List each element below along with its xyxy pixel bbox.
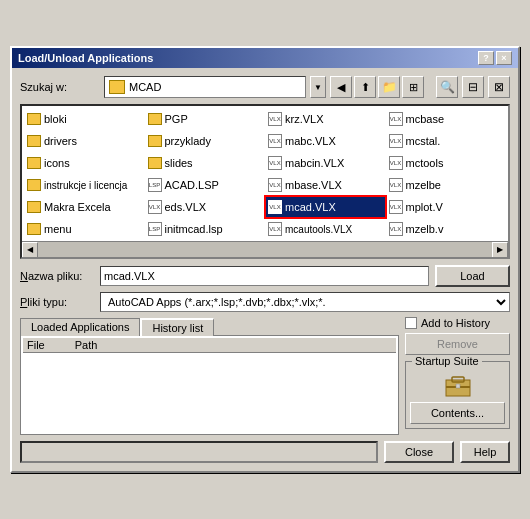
list-item[interactable]: LSPACAD.LSP (145, 174, 266, 196)
look-in-label: Szukaj w: (20, 81, 100, 93)
add-history-label: Add to History (421, 317, 490, 329)
folder-icon (27, 157, 41, 169)
folder-icon (109, 80, 125, 94)
list-item[interactable]: VLXmzelbe (386, 174, 507, 196)
list-item[interactable]: icons (24, 152, 145, 174)
title-bar-buttons: ? × (478, 51, 512, 65)
list-item[interactable]: VLXmzelb.v (386, 218, 507, 240)
list-item[interactable]: LSPinitmcad.lsp (145, 218, 266, 240)
window-body: Szukaj w: MCAD ▼ ◀ ⬆ 📁 ⊞ 🔍 ⊟ ⊠ bloki PGP (12, 68, 518, 471)
up-button[interactable]: ⬆ (354, 76, 376, 98)
close-button[interactable]: × (496, 51, 512, 65)
vlx-icon: VLX (268, 156, 282, 170)
vlx-icon: VLX (389, 178, 403, 192)
tab-header: File Path (23, 338, 396, 353)
close-dialog-button[interactable]: Close (384, 441, 454, 463)
help-dialog-button[interactable]: Help (460, 441, 510, 463)
look-in-row: Szukaj w: MCAD ▼ ◀ ⬆ 📁 ⊞ 🔍 ⊟ ⊠ (20, 76, 510, 98)
view-btn2[interactable]: ⊟ (462, 76, 484, 98)
tab-bar: Loaded Applications History list (20, 317, 399, 335)
list-item[interactable]: VLXmcstal. (386, 130, 507, 152)
lsp-icon: LSP (148, 178, 162, 192)
bottom-bar: Close Help (20, 441, 510, 463)
view-btn3[interactable]: ⊠ (488, 76, 510, 98)
filename-row: Nazwa pliku: Load (20, 265, 510, 287)
list-item[interactable]: drivers (24, 130, 145, 152)
look-in-combo[interactable]: MCAD (104, 76, 306, 98)
svg-rect-3 (456, 384, 460, 388)
vlx-icon: VLX (268, 222, 282, 236)
scroll-track[interactable] (38, 242, 492, 257)
vlx-icon: VLX (268, 178, 282, 192)
tab-loaded-apps[interactable]: Loaded Applications (20, 318, 140, 336)
vlx-icon: VLX (389, 156, 403, 170)
list-item[interactable]: VLXmcautools.VLX (265, 218, 386, 240)
folder-icon (148, 113, 162, 125)
vlx-icon: VLX (148, 200, 162, 214)
vlx-icon: VLX (268, 134, 282, 148)
list-item[interactable]: Makra Excela (24, 196, 145, 218)
folder-icon (27, 223, 41, 235)
look-in-dropdown[interactable]: ▼ (310, 76, 326, 98)
look-in-value: MCAD (129, 81, 301, 93)
list-item[interactable]: bloki (24, 108, 145, 130)
tab-content: File Path (20, 335, 399, 435)
vlx-icon: VLX (389, 200, 403, 214)
left-panel: Loaded Applications History list File Pa… (20, 317, 399, 435)
file-list: bloki PGP VLXkrz.VLX VLXmcbase drivers p… (22, 106, 508, 241)
new-folder-button[interactable]: 📁 (378, 76, 400, 98)
contents-button[interactable]: Contents... (410, 402, 505, 424)
filetype-label: Pliki typu: (20, 296, 100, 308)
list-item[interactable]: VLXmbase.VLX (265, 174, 386, 196)
horizontal-scrollbar[interactable]: ◀ ▶ (22, 241, 508, 257)
back-button[interactable]: ◀ (330, 76, 352, 98)
view-button[interactable]: ⊞ (402, 76, 424, 98)
list-item[interactable]: slides (145, 152, 266, 174)
list-item[interactable]: przyklady (145, 130, 266, 152)
list-item[interactable]: instrukcje i licencja (24, 174, 145, 196)
filetype-row: Pliki typu: AutoCAD Apps (*.arx;*.lsp;*.… (20, 292, 510, 312)
folder-icon (148, 157, 162, 169)
vlx-icon: VLX (268, 112, 282, 126)
startup-suite-label: Startup Suite (412, 355, 482, 367)
window-title: Load/Unload Applications (18, 52, 153, 64)
folder-icon (27, 113, 41, 125)
list-item[interactable]: VLXmabcin.VLX (265, 152, 386, 174)
tab-body (23, 353, 396, 431)
col-file: File (27, 339, 45, 351)
filetype-select[interactable]: AutoCAD Apps (*.arx;*.lsp;*.dvb;*.dbx;*.… (100, 292, 510, 312)
status-bar (20, 441, 378, 463)
list-item[interactable]: menu (24, 218, 145, 240)
col-path: Path (75, 339, 98, 351)
lower-section: Loaded Applications History list File Pa… (20, 317, 510, 435)
lsp-icon: LSP (148, 222, 162, 236)
vlx-icon: VLX (389, 134, 403, 148)
list-item[interactable]: PGP (145, 108, 266, 130)
list-item[interactable]: VLXkrz.VLX (265, 108, 386, 130)
list-item[interactable]: VLXmcbase (386, 108, 507, 130)
scroll-left[interactable]: ◀ (22, 242, 38, 258)
remove-button[interactable]: Remove (405, 333, 510, 355)
folder-icon (27, 135, 41, 147)
selected-file-item[interactable]: VLXmcad.VLX (265, 196, 386, 218)
list-item[interactable]: VLXmabc.VLX (265, 130, 386, 152)
filename-label: Nazwa pliku: (20, 270, 100, 282)
help-button[interactable]: ? (478, 51, 494, 65)
list-item[interactable]: VLXeds.VLX (145, 196, 266, 218)
vlx-icon: VLX (389, 112, 403, 126)
folder-icon (27, 179, 41, 191)
add-history-checkbox[interactable] (405, 317, 417, 329)
search-button[interactable]: 🔍 (436, 76, 458, 98)
vlx-icon: VLX (268, 200, 282, 214)
title-bar: Load/Unload Applications ? × (12, 48, 518, 68)
load-button[interactable]: Load (435, 265, 510, 287)
add-history-row: Add to History (405, 317, 510, 329)
right-panel: Add to History Remove Startup Suite Cont… (405, 317, 510, 435)
tab-history-list[interactable]: History list (140, 318, 214, 336)
list-item[interactable]: VLXmctools (386, 152, 507, 174)
startup-suite-group: Startup Suite Contents... (405, 361, 510, 429)
filename-input[interactable] (100, 266, 429, 286)
list-item[interactable]: VLXmplot.V (386, 196, 507, 218)
folder-icon (148, 135, 162, 147)
scroll-right[interactable]: ▶ (492, 242, 508, 258)
